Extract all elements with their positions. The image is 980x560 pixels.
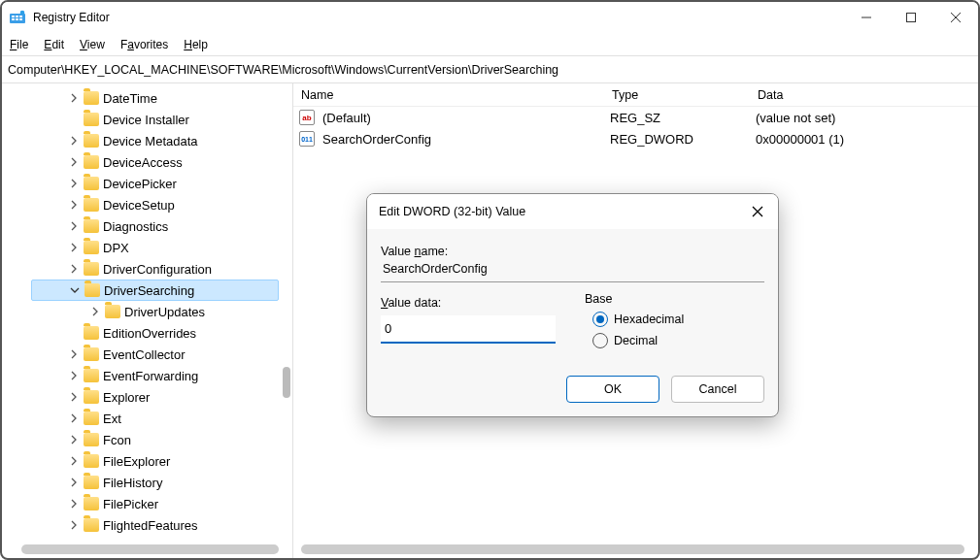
- tree-item[interactable]: Diagnostics: [31, 215, 292, 237]
- menubar: File Edit View Favorites Help: [2, 33, 978, 56]
- value-list[interactable]: ab(Default)REG_SZ(value not set)011Searc…: [293, 107, 978, 149]
- chevron-right-icon[interactable]: [68, 519, 80, 531]
- chevron-right-icon[interactable]: [89, 306, 101, 317]
- minimize-button[interactable]: [844, 2, 889, 33]
- address-bar[interactable]: Computer\HKEY_LOCAL_MACHINE\SOFTWARE\Mic…: [2, 56, 978, 83]
- value-row[interactable]: 011SearchOrderConfigREG_DWORD0x00000001 …: [293, 128, 978, 149]
- radio-decimal[interactable]: Decimal: [592, 333, 764, 348]
- tree-item[interactable]: FileHistory: [31, 472, 292, 493]
- col-type[interactable]: Type: [604, 88, 750, 102]
- chevron-right-icon[interactable]: [68, 391, 80, 403]
- ok-button[interactable]: OK: [566, 376, 659, 403]
- cell-name: SearchOrderConfig: [315, 132, 602, 147]
- value-name-label: Value name:: [381, 245, 764, 258]
- svg-rect-5: [16, 18, 18, 20]
- tree-item[interactable]: Device Metadata: [31, 130, 292, 151]
- chevron-right-icon[interactable]: [68, 477, 80, 488]
- menu-file[interactable]: File: [10, 38, 28, 51]
- chevron-right-icon[interactable]: [68, 434, 80, 445]
- base-label: Base: [585, 292, 764, 306]
- menu-edit[interactable]: Edit: [44, 38, 64, 51]
- chevron-right-icon[interactable]: [68, 498, 80, 510]
- tree-item[interactable]: Device Installer: [31, 109, 292, 130]
- tree-item[interactable]: DPX: [31, 237, 292, 258]
- folder-icon: [84, 476, 99, 489]
- tree-item[interactable]: EditionOverrides: [31, 322, 292, 344]
- menu-favorites[interactable]: Favorites: [120, 38, 168, 51]
- dword-value-icon: 011: [299, 131, 315, 147]
- tree-horizontal-scrollbar[interactable]: [21, 544, 279, 554]
- folder-icon: [84, 347, 99, 361]
- value-name-field[interactable]: SearchOrderConfig: [381, 258, 764, 282]
- window-title: Registry Editor: [33, 11, 844, 24]
- tree-item-label: Explorer: [103, 390, 150, 405]
- chevron-right-icon[interactable]: [68, 242, 80, 253]
- chevron-right-icon[interactable]: [68, 135, 80, 147]
- tree-item-label: DriverUpdates: [124, 305, 205, 319]
- tree-item[interactable]: DriverConfiguration: [31, 258, 292, 280]
- folder-icon: [84, 241, 99, 254]
- value-data-input[interactable]: [381, 315, 556, 344]
- chevron-right-icon[interactable]: [68, 348, 80, 360]
- tree-item[interactable]: DriverUpdates: [31, 301, 292, 322]
- tree-item[interactable]: DeviceAccess: [31, 151, 292, 173]
- tree-item[interactable]: Ext: [31, 408, 292, 429]
- tree-item[interactable]: DateTime: [31, 87, 292, 109]
- folder-icon: [84, 91, 99, 105]
- chevron-right-icon[interactable]: [68, 92, 80, 104]
- chevron-right-icon[interactable]: [68, 156, 80, 168]
- menu-view[interactable]: View: [80, 38, 105, 51]
- tree-item[interactable]: EventCollector: [31, 344, 292, 365]
- tree-item[interactable]: Explorer: [31, 386, 292, 408]
- tree-item[interactable]: DeviceSetup: [31, 194, 292, 215]
- chevron-right-icon[interactable]: [68, 178, 80, 189]
- folder-icon: [84, 155, 99, 169]
- dialog-title: Edit DWORD (32-bit) Value: [379, 205, 749, 218]
- chevron-right-icon[interactable]: [68, 199, 80, 211]
- tree-item[interactable]: FlightedFeatures: [31, 514, 292, 536]
- chevron-right-icon[interactable]: [68, 412, 80, 424]
- menu-help[interactable]: Help: [184, 38, 208, 51]
- radio-dec-indicator: [592, 333, 608, 348]
- regedit-icon: [10, 10, 25, 25]
- folder-icon: [84, 113, 99, 126]
- folder-icon: [84, 177, 99, 190]
- tree-item-label: Device Metadata: [103, 134, 198, 148]
- value-row[interactable]: ab(Default)REG_SZ(value not set): [293, 107, 978, 128]
- tree-item[interactable]: Fcon: [31, 429, 292, 450]
- tree-vertical-scrollbar-thumb[interactable]: [283, 367, 290, 398]
- tree-item[interactable]: FileExplorer: [31, 450, 292, 472]
- dialog-body: Value name: SearchOrderConfig Value data…: [367, 229, 778, 416]
- chevron-right-icon[interactable]: [68, 370, 80, 381]
- chevron-right-icon[interactable]: [68, 220, 80, 232]
- tree-item[interactable]: FilePicker: [31, 493, 292, 514]
- chevron-right-icon[interactable]: [68, 455, 80, 467]
- radio-dec-label: Decimal: [614, 334, 658, 347]
- tree-item[interactable]: EventForwarding: [31, 365, 292, 386]
- tree-item-label: EditionOverrides: [103, 326, 196, 341]
- radio-hex-label: Hexadecimal: [614, 313, 684, 326]
- list-header: Name Type Data: [293, 83, 978, 107]
- col-name[interactable]: Name: [293, 88, 604, 102]
- folder-icon: [84, 369, 99, 382]
- col-data[interactable]: Data: [750, 88, 978, 102]
- cancel-button[interactable]: Cancel: [671, 376, 764, 403]
- tree-item-label: Fcon: [103, 433, 131, 447]
- tree-item-label: DeviceSetup: [103, 198, 175, 213]
- maximize-button[interactable]: [889, 2, 933, 33]
- tree-item[interactable]: DevicePicker: [31, 173, 292, 194]
- chevron-right-icon[interactable]: [68, 263, 80, 275]
- radio-hexadecimal[interactable]: Hexadecimal: [592, 312, 764, 327]
- tree-item-label: DriverConfiguration: [103, 262, 212, 277]
- registry-tree[interactable]: DateTimeDevice InstallerDevice MetadataD…: [2, 83, 292, 541]
- folder-icon: [84, 262, 99, 276]
- dialog-close-button[interactable]: [749, 203, 766, 220]
- close-button[interactable]: [933, 2, 978, 33]
- folder-icon: [84, 390, 99, 404]
- radio-hex-indicator: [592, 312, 608, 327]
- tree-item[interactable]: DriverSearching: [31, 280, 279, 301]
- folder-icon: [105, 305, 120, 318]
- cell-type: REG_DWORD: [602, 132, 748, 147]
- list-horizontal-scrollbar[interactable]: [301, 544, 964, 554]
- chevron-down-icon[interactable]: [69, 284, 81, 296]
